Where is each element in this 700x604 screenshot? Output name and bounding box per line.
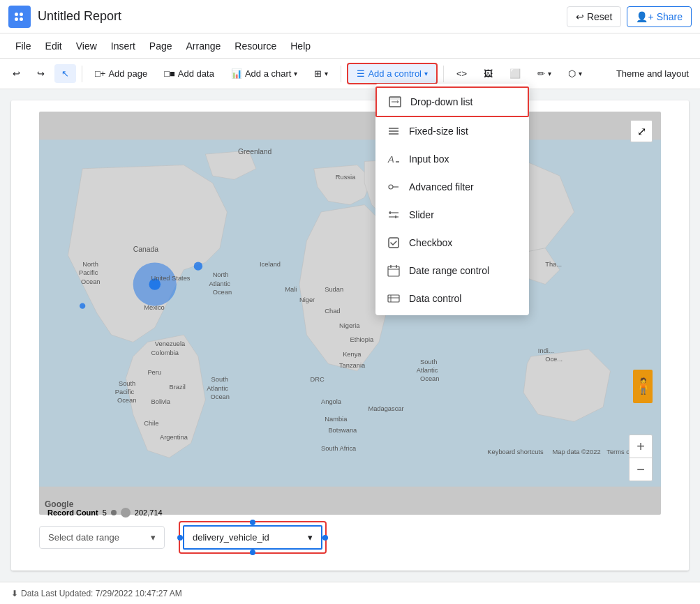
add-page-button[interactable]: □+ Add page [88, 64, 154, 83]
status-bar: ⬇ Data Last Updated: 7/29/2022 10:47:27 … [0, 582, 700, 604]
canvas-area: Canada United States Mexico North Pacifi… [0, 89, 700, 582]
data-control-item[interactable]: Data control [375, 285, 529, 312]
dropdown-input-wrapper: delivery_vehicle_id ▾ [179, 521, 327, 554]
add-component-button[interactable]: ⊞▾ [307, 64, 335, 83]
reset-button[interactable]: ↩ Reset [567, 6, 622, 27]
svg-text:Botswana: Botswana [328, 427, 357, 434]
svg-text:Map data ©2022: Map data ©2022 [553, 448, 601, 455]
add-chart-button[interactable]: 📊 Add a chart ▾ [224, 64, 305, 83]
slider-item[interactable]: Slider [375, 201, 529, 229]
redo-button[interactable]: ↪ [30, 64, 52, 83]
svg-text:Sudan: Sudan [325, 286, 343, 293]
bottom-controls: Select date range ▾ delivery_vehicle_id … [39, 521, 327, 554]
date-range-item[interactable]: Date range control [375, 257, 529, 285]
input-box-item[interactable]: A Input box [375, 145, 529, 173]
zoom-out-button[interactable]: − [630, 458, 652, 481]
zoom-in-button[interactable]: + [630, 435, 652, 458]
checkbox-item[interactable]: Checkbox [375, 229, 529, 257]
line-button[interactable]: ✏▾ [530, 64, 558, 83]
legend-label: Record Count [47, 508, 98, 517]
add-control-icon: ☰ [357, 68, 365, 79]
separator-2 [341, 66, 341, 82]
svg-text:Bolivia: Bolivia [151, 398, 171, 405]
separator-3 [443, 66, 444, 82]
advanced-filter-label: Advanced filter [409, 181, 474, 192]
menu-arrange[interactable]: Arrange [179, 38, 228, 54]
checkbox-icon [387, 236, 401, 250]
checkbox-label: Checkbox [409, 237, 452, 248]
title-bar-actions: ↩ Reset 👤+ Share [567, 6, 692, 27]
svg-text:A: A [387, 154, 394, 165]
svg-text:Colombia: Colombia [151, 349, 179, 356]
canvas: Canada United States Mexico North Pacifi… [11, 100, 689, 571]
menu-bar: File Edit View Insert Page Arrange Resou… [0, 33, 700, 59]
add-data-icon: □■ [164, 68, 175, 79]
svg-text:Angola: Angola [321, 398, 342, 405]
status-label: Data Last Updated: 7/29/2022 10:47:27 AM [21, 589, 182, 598]
street-view-icon: 🧍 [633, 370, 653, 403]
add-chart-icon: 📊 [231, 68, 242, 79]
control-dropdown-menu: Drop-down list Fixed-size list A Input b… [375, 84, 529, 315]
menu-insert[interactable]: Insert [104, 38, 142, 54]
app-title: Untitled Report [38, 9, 567, 24]
menu-page[interactable]: Page [142, 38, 179, 54]
map-fullscreen-button[interactable]: ⤢ [630, 120, 653, 142]
theme-layout-button[interactable]: Theme and layout [611, 66, 694, 82]
slider-icon [387, 208, 401, 222]
svg-text:Tanzania: Tanzania [339, 362, 366, 369]
menu-resource[interactable]: Resource [228, 38, 283, 54]
legend: Record Count 5 202,714 [47, 508, 163, 518]
handle-left [177, 535, 183, 541]
legend-value2: 202,714 [135, 508, 163, 517]
data-control-icon [387, 292, 401, 305]
input-box-label: Input box [409, 153, 449, 165]
svg-text:South: South [211, 376, 228, 383]
code-button[interactable]: <> [449, 64, 474, 83]
svg-text:North: North [82, 261, 98, 268]
svg-text:Iceland: Iceland [260, 261, 281, 268]
date-range-select[interactable]: Select date range ▾ [39, 526, 165, 549]
share-button[interactable]: 👤+ Share [627, 6, 692, 27]
share-icon: 👤+ [636, 11, 653, 22]
map-area: Canada United States Mexico North Pacifi… [39, 112, 661, 515]
shape-button[interactable]: ⬡▾ [561, 64, 589, 83]
map-zoom-controls: + − [629, 435, 653, 481]
svg-text:Ocean: Ocean [117, 397, 136, 404]
fixed-size-list-label: Fixed-size list [409, 126, 468, 137]
svg-text:United States: United States [151, 275, 191, 282]
svg-text:Peru: Peru [147, 369, 161, 376]
date-range-label: Select date range [48, 532, 119, 543]
image-button[interactable]: 🖼 [477, 64, 500, 83]
svg-text:Ocean: Ocean [81, 278, 100, 285]
dropdown-list-item[interactable]: Drop-down list [375, 86, 529, 117]
frame-button[interactable]: ⬜ [502, 64, 528, 83]
add-control-button[interactable]: ☰ Add a control ▾ [347, 63, 438, 84]
svg-text:Nambia: Nambia [325, 416, 348, 423]
title-bar: Untitled Report ↩ Reset 👤+ Share [0, 0, 700, 33]
svg-text:Ocean: Ocean [420, 375, 439, 382]
select-button[interactable]: ↖ [54, 64, 76, 83]
menu-file[interactable]: File [8, 38, 38, 54]
advanced-filter-item[interactable]: Advanced filter [375, 173, 529, 201]
svg-text:South: South [420, 358, 437, 365]
add-data-button[interactable]: □■ Add data [157, 64, 221, 83]
logo-dots [15, 13, 24, 21]
menu-view[interactable]: View [69, 38, 104, 54]
legend-dot-large [121, 508, 131, 518]
dropdown-arrow: ▾ [308, 532, 313, 543]
menu-edit[interactable]: Edit [38, 38, 69, 54]
svg-rect-59 [389, 97, 401, 100]
svg-text:Mexico: Mexico [144, 304, 165, 311]
reset-icon: ↩ [576, 11, 584, 22]
svg-text:Tha...: Tha... [545, 261, 562, 268]
undo-button[interactable]: ↩ [6, 64, 27, 83]
svg-text:Kenya: Kenya [343, 351, 362, 358]
fixed-size-list-item[interactable]: Fixed-size list [375, 117, 529, 145]
delivery-vehicle-dropdown[interactable]: delivery_vehicle_id ▾ [183, 525, 322, 550]
svg-rect-73 [389, 238, 399, 248]
data-icon: ⬇ [11, 589, 18, 598]
menu-help[interactable]: Help [283, 38, 318, 54]
svg-point-66 [389, 185, 393, 189]
handle-top [250, 520, 255, 525]
svg-text:Greenland: Greenland [238, 148, 272, 156]
